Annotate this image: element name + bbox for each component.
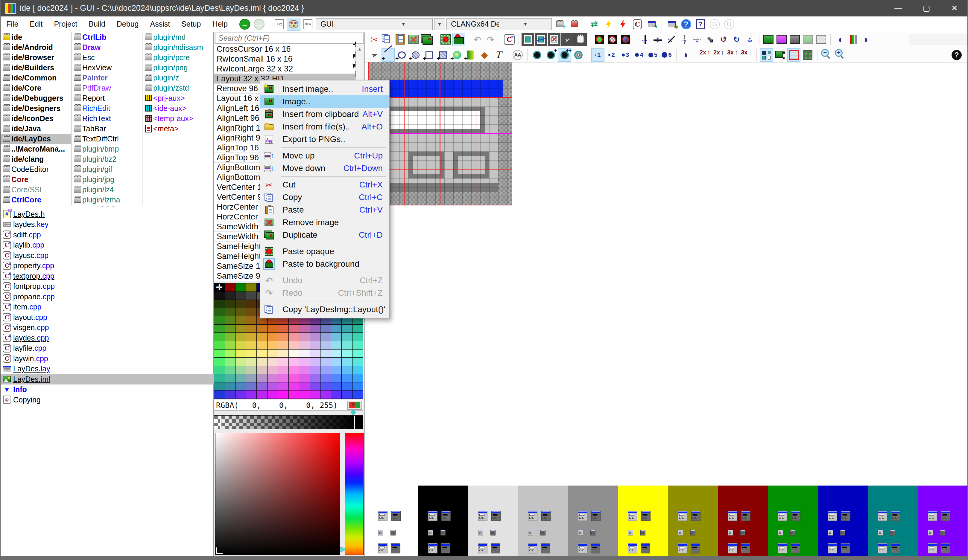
pen-5-button[interactable]: 5 (646, 48, 660, 61)
diamond-button[interactable]: ◆ (478, 48, 491, 61)
palette-cell[interactable] (267, 333, 278, 341)
select-none-button[interactable]: ✕ (548, 33, 560, 46)
palette-cell[interactable] (225, 283, 235, 291)
radial-grad-button[interactable]: + (450, 48, 464, 61)
select-fore-button[interactable] (535, 33, 547, 46)
package-item-richtext[interactable]: RichText (71, 113, 142, 124)
palette-cell[interactable] (342, 350, 352, 358)
redo-button[interactable]: ↷ (484, 33, 497, 46)
scale-down-3x-button[interactable]: 3x↓ (740, 48, 753, 61)
palette-cell[interactable] (267, 382, 278, 390)
palette-cell[interactable] (331, 366, 342, 374)
color-magenta-button[interactable] (775, 33, 788, 46)
package-item-ide-designers[interactable]: ide/Designers (1, 103, 71, 113)
package-item-plugin-bz2[interactable]: plugin/bz2 (71, 154, 142, 164)
copy-button[interactable] (381, 33, 393, 46)
palette-cell[interactable] (342, 341, 352, 349)
palette-cell[interactable] (289, 358, 299, 366)
menu-build[interactable]: Build (83, 18, 111, 31)
palette-cell[interactable] (214, 333, 225, 341)
palette-cell[interactable] (299, 333, 310, 341)
context-item-paste-to-background[interactable]: Paste to background (260, 258, 389, 270)
palette-cell[interactable] (257, 390, 267, 398)
pen-4-button[interactable]: 4 (633, 48, 646, 61)
preview-tile-5[interactable] (618, 486, 668, 556)
palette-cell[interactable] (353, 366, 363, 374)
sync-refresh-button[interactable]: ⇄ (587, 18, 601, 31)
palette-cell[interactable] (299, 358, 310, 366)
preview-tile-9[interactable] (818, 486, 868, 556)
file-item-laydes-h[interactable]: #PLayDes.h (1, 209, 214, 220)
package-organizer-button[interactable] (567, 18, 581, 31)
context-item-move-up[interactable]: ↑Move upCtrl+Up (260, 149, 389, 162)
half-right-button[interactable]: ◗ (860, 33, 873, 46)
context-item-copy--laydesimg--layout---[interactable]: Copy 'LayDesImg::Layout()' (260, 303, 389, 316)
palette-cell[interactable] (353, 358, 363, 366)
palette-cell[interactable] (246, 366, 257, 374)
palette-cell[interactable] (331, 350, 342, 358)
package-item-codeeditor[interactable]: CodeEditor (1, 164, 71, 174)
preview-tile-4[interactable] (568, 486, 618, 556)
palette-cell[interactable] (225, 341, 235, 349)
show-grid-button[interactable] (787, 48, 801, 61)
preview-tile-2[interactable] (468, 486, 518, 556)
bolt-red-button[interactable] (616, 18, 630, 31)
color-alpha-button[interactable] (815, 33, 827, 46)
palette-cell[interactable] (289, 350, 299, 358)
mirror-horz-button[interactable]: ↔ (638, 33, 651, 46)
image-item-2[interactable]: RwIconLarge 32 x 32 (214, 64, 357, 74)
palette-cell[interactable] (235, 358, 246, 366)
palette-cell[interactable] (225, 382, 235, 390)
palette-cell[interactable] (310, 390, 320, 398)
palette-cell[interactable] (214, 390, 225, 398)
context-item-insert-from-clipboard[interactable]: Insert from clipboardAlt+V (260, 108, 389, 121)
palette-cell[interactable] (278, 350, 288, 358)
palette-cell[interactable] (353, 333, 363, 341)
saturation-value-picker[interactable] (215, 433, 340, 555)
palette-cell[interactable] (310, 358, 320, 366)
palette-cell[interactable] (320, 325, 331, 333)
maximize-button[interactable]: ▢ (912, 0, 940, 17)
package-item-ide-common[interactable]: ide/Common (1, 73, 71, 83)
package-item--temp-aux-[interactable]: <temp-aux> (143, 113, 213, 124)
palette-cell[interactable] (331, 325, 342, 333)
palette-cell[interactable] (299, 382, 310, 390)
select-arrow-button[interactable]: ➢ (561, 33, 574, 46)
palette-cell[interactable] (214, 316, 225, 324)
package-item-plugin-jpg[interactable]: plugin/jpg (71, 174, 142, 185)
palette-cell[interactable] (278, 333, 288, 341)
palette-cell[interactable] (299, 341, 310, 349)
palette-cell[interactable] (331, 382, 342, 390)
palette-cell[interactable] (235, 350, 246, 358)
context-item-insert-from-file-s---[interactable]: Insert from file(s)..Alt+O (260, 121, 389, 133)
google-button[interactable]: G (708, 18, 722, 31)
palette-cell[interactable] (225, 308, 235, 316)
half-left-button[interactable]: ◖ (834, 33, 846, 46)
palette-cell[interactable] (214, 308, 225, 316)
palette-cell[interactable] (214, 325, 225, 333)
palette-cell[interactable] (235, 382, 246, 390)
pen-1-button[interactable]: 1 (591, 48, 605, 61)
package-item-plugin-ndisasm[interactable]: plugin/ndisasm (143, 42, 213, 52)
help-button[interactable]: ? (950, 48, 963, 61)
palette-cell[interactable] (246, 292, 257, 300)
package-item-plugin-z[interactable]: plugin/z (143, 73, 213, 83)
palette-cell[interactable] (225, 374, 235, 382)
palette-cell[interactable] (214, 358, 225, 366)
palette-cell[interactable] (278, 358, 288, 366)
palette-cell[interactable]: ✛ (214, 283, 225, 291)
file-item-propane-cpp[interactable]: C±propane.cpp (1, 291, 214, 302)
file-item-laydes-key[interactable]: laydes.key (1, 220, 214, 230)
text-mode-button[interactable]: Txt (272, 18, 286, 31)
spray-plus-button[interactable]: + (544, 48, 557, 61)
preview-tile-10[interactable] (868, 486, 918, 556)
palette-cell[interactable] (257, 325, 267, 333)
zoom-in-button[interactable]: + (834, 48, 847, 61)
palette-cell[interactable] (320, 333, 331, 341)
palette-cell[interactable] (235, 390, 246, 398)
palette-cell[interactable] (214, 382, 225, 390)
file-item-info[interactable]: ▼Info (1, 385, 214, 395)
file-item-laywin-cpp[interactable]: C±laywin.cpp (1, 354, 214, 364)
show-thumbs-button[interactable] (760, 48, 773, 61)
file-item-textprop-cpp[interactable]: C±textprop.cpp (1, 271, 214, 281)
